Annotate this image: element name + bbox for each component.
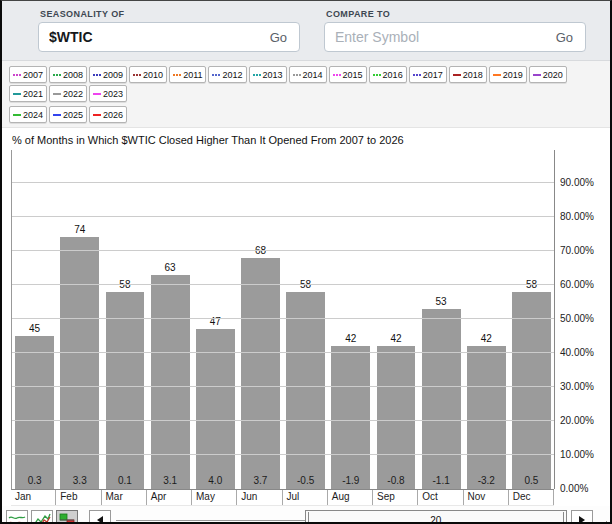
bar-change-label: -3.2 (464, 475, 509, 486)
bar-value-label: 63 (148, 262, 193, 273)
year-marker-icon (13, 93, 21, 95)
year-marker-icon (13, 114, 21, 116)
bar-oct (422, 309, 461, 489)
bar-change-label: 0.3 (12, 475, 57, 486)
bar-change-label: 3.3 (57, 475, 102, 486)
year-button-2020[interactable]: 2020 (529, 66, 567, 83)
year-label: 2025 (63, 110, 83, 120)
month-label-feb: Feb (56, 490, 101, 505)
year-label: 2017 (423, 70, 443, 80)
bar-feb (60, 237, 99, 489)
year-button-2023[interactable]: 2023 (89, 85, 127, 102)
compare-symbol-box: Go (324, 22, 586, 52)
year-marker-icon (53, 114, 61, 116)
year-marker-icon (413, 74, 421, 76)
year-button-2025[interactable]: 2025 (49, 106, 87, 123)
year-button-2013[interactable]: 2013 (249, 66, 287, 83)
bar-apr (151, 275, 190, 489)
year-label: 2014 (303, 70, 323, 80)
bar-change-label: 4.0 (193, 475, 238, 486)
comparison-chart-icon[interactable] (31, 510, 53, 524)
bar-slot-aug: 42-1.9 (328, 150, 373, 489)
y-axis-tick-label: 20.00% (560, 415, 594, 426)
header: SEASONALITY OF Go COMPARE TO Go (2, 1, 610, 61)
seasonality-bars-icon[interactable] (56, 510, 78, 524)
bar-slot-jan: 450.3 (12, 150, 57, 489)
year-marker-icon (93, 93, 101, 95)
y-axis-tick-label: 40.00% (560, 347, 594, 358)
month-label-jul: Jul (283, 490, 328, 505)
year-button-2007[interactable]: 2007 (9, 66, 47, 83)
bar-change-label: 0.1 (102, 475, 147, 486)
compare-to-label: COMPARE TO (326, 9, 586, 19)
y-axis-tick-label: 80.00% (560, 211, 594, 222)
year-label: 2019 (503, 70, 523, 80)
bar-value-label: 42 (464, 333, 509, 344)
seasonality-app-window: SEASONALITY OF Go COMPARE TO Go 20072008… (0, 0, 612, 524)
year-button-2018[interactable]: 2018 (449, 66, 487, 83)
year-button-2014[interactable]: 2014 (289, 66, 327, 83)
year-button-2008[interactable]: 2008 (49, 66, 87, 83)
year-label: 2018 (463, 70, 483, 80)
bar-change-label: -1.1 (419, 475, 464, 486)
year-button-2021[interactable]: 2021 (9, 85, 47, 102)
compare-field-group: COMPARE TO Go (324, 7, 586, 52)
bar-value-label: 58 (102, 279, 147, 290)
bar-jan (15, 336, 54, 489)
year-marker-icon (533, 74, 541, 76)
year-button-2016[interactable]: 2016 (369, 66, 407, 83)
year-label: 2011 (183, 70, 202, 80)
year-marker-icon (53, 93, 61, 95)
year-label: 2007 (23, 70, 43, 80)
y-axis-tick-label: 0.00% (560, 483, 588, 494)
y-axis: 90.00%80.00%70.00%60.00%50.00%40.00%30.0… (554, 150, 610, 489)
bar-slot-mar: 580.1 (102, 150, 147, 489)
y-axis-tick-label: 50.00% (560, 313, 594, 324)
year-button-2026[interactable]: 2026 (89, 106, 127, 123)
year-button-2009[interactable]: 2009 (89, 66, 127, 83)
seasonality-symbol-input[interactable] (49, 29, 268, 45)
year-button-2024[interactable]: 2024 (9, 106, 47, 123)
bar-value-label: 42 (373, 333, 418, 344)
bar-dec (512, 292, 551, 489)
scrollbar-thumb[interactable]: 20 (305, 510, 567, 524)
bar-change-label: -0.8 (373, 475, 418, 486)
year-button-2012[interactable]: 2012 (208, 66, 246, 83)
bar-jul (286, 292, 325, 489)
year-button-2022[interactable]: 2022 (49, 85, 87, 102)
year-button-2011[interactable]: 2011 (169, 66, 206, 83)
year-button-2010[interactable]: 2010 (129, 66, 167, 83)
seasonality-of-label: SEASONALITY OF (40, 9, 300, 19)
bar-value-label: 68 (238, 245, 283, 256)
resize-grip-icon[interactable] (596, 510, 608, 524)
year-marker-icon (453, 74, 461, 76)
bar-aug (331, 346, 370, 489)
compare-symbol-input[interactable] (335, 29, 554, 45)
year-button-2015[interactable]: 2015 (329, 66, 367, 83)
month-label-dec: Dec (509, 490, 554, 505)
scrollbar-track[interactable]: 20 (114, 510, 568, 524)
year-marker-icon (173, 74, 181, 76)
year-button-2017[interactable]: 2017 (409, 66, 447, 83)
year-label: 2021 (23, 89, 43, 99)
years-strip: 2007200820092010201120122013201420152016… (2, 61, 610, 128)
year-marker-icon (53, 74, 61, 76)
line-chart-glyph (8, 513, 26, 524)
right-arrow-icon (579, 516, 585, 524)
scroll-right-button[interactable] (571, 510, 593, 524)
year-label: 2022 (63, 89, 83, 99)
seasonality-bars-glyph (58, 513, 76, 524)
line-chart-icon[interactable] (6, 510, 28, 524)
year-label: 2010 (143, 70, 163, 80)
compare-go-button[interactable]: Go (554, 28, 575, 47)
year-marker-icon (373, 74, 381, 76)
scroll-left-button[interactable] (89, 510, 111, 524)
year-button-2019[interactable]: 2019 (489, 66, 527, 83)
year-marker-icon (93, 114, 101, 116)
year-label: 2009 (103, 70, 123, 80)
year-marker-icon (133, 74, 141, 76)
seasonality-go-button[interactable]: Go (268, 28, 289, 47)
y-axis-tick-label: 70.00% (560, 245, 594, 256)
month-label-apr: Apr (147, 490, 192, 505)
bar-value-label: 58 (283, 279, 328, 290)
